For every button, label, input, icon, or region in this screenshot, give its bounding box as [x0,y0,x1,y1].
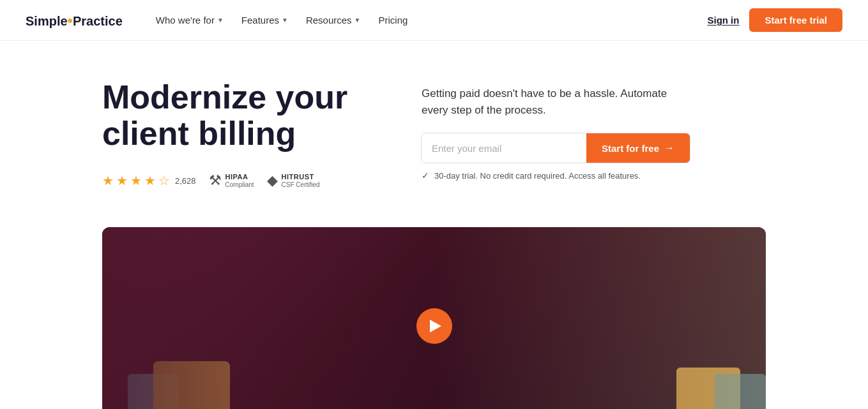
nav-label-who: Who we're for [156,15,215,26]
navbar: Simple•Practice Who we're for ▼ Features… [0,0,868,41]
chevron-down-icon: ▼ [354,17,361,24]
hero-title: Modernize your client billing [102,79,370,152]
star-rating: ★ ★ ★ ★ ☆ 2,628 [102,173,196,188]
hipaa-label: HIPAA [225,173,254,181]
hipaa-icon: ⚒ [209,172,222,189]
check-icon: ✓ [422,170,429,181]
hero-badges: ★ ★ ★ ★ ☆ 2,628 ⚒ HIPAA Compliant ◆ HITR… [102,172,370,189]
sign-in-button[interactable]: Sign in [707,15,739,26]
review-count: 2,628 [175,176,196,186]
hitrust-icon: ◆ [267,172,278,189]
nav-item-resources[interactable]: Resources ▼ [298,10,369,31]
email-form: Start for free → [422,133,690,163]
play-button[interactable] [416,308,452,344]
hitrust-sublabel: CSF Certified [282,181,320,189]
logo[interactable]: Simple•Practice [26,11,123,29]
star-1: ★ [102,173,114,188]
submit-button[interactable]: Start for free → [586,133,690,163]
hipaa-sublabel: Compliant [225,181,254,189]
video-background [102,227,766,409]
hero-left: Modernize your client billing ★ ★ ★ ★ ☆ … [102,79,370,189]
nav-right: Sign in Start free trial [707,8,842,32]
hitrust-label: HITRUST [282,173,320,181]
star-half: ☆ [158,173,170,188]
chevron-down-icon: ▼ [217,17,224,24]
hipaa-badge: ⚒ HIPAA Compliant [209,172,254,189]
nav-label-resources: Resources [306,15,352,26]
nav-item-pricing[interactable]: Pricing [371,10,416,31]
hitrust-badge: ◆ HITRUST CSF Certified [267,172,320,189]
nav-item-who[interactable]: Who we're for ▼ [148,10,231,31]
logo-text: Simple•Practice [26,11,123,29]
chevron-down-icon: ▼ [282,17,288,24]
hero-right: Getting paid doesn't have to be a hassle… [422,79,690,181]
submit-label: Start for free [602,143,659,154]
arrow-right-icon: → [664,142,674,154]
hero-section: Modernize your client billing ★ ★ ★ ★ ☆ … [0,41,868,214]
nav-label-features: Features [241,15,279,26]
play-icon [430,320,441,332]
video-container[interactable] [102,227,766,409]
trial-note: ✓ 30-day trial. No credit card required.… [422,170,690,181]
email-input[interactable] [422,133,586,163]
star-4: ★ [144,173,156,188]
nav-links: Who we're for ▼ Features ▼ Resources ▼ P… [148,10,708,31]
start-free-trial-button[interactable]: Start free trial [749,8,842,32]
video-section [0,214,868,409]
nav-label-pricing: Pricing [379,15,408,26]
star-3: ★ [130,173,142,188]
star-2: ★ [116,173,128,188]
nav-item-features[interactable]: Features ▼ [234,10,296,31]
hero-subtitle: Getting paid doesn't have to be a hassle… [422,86,690,118]
trial-note-text: 30-day trial. No credit card required. A… [434,171,641,181]
